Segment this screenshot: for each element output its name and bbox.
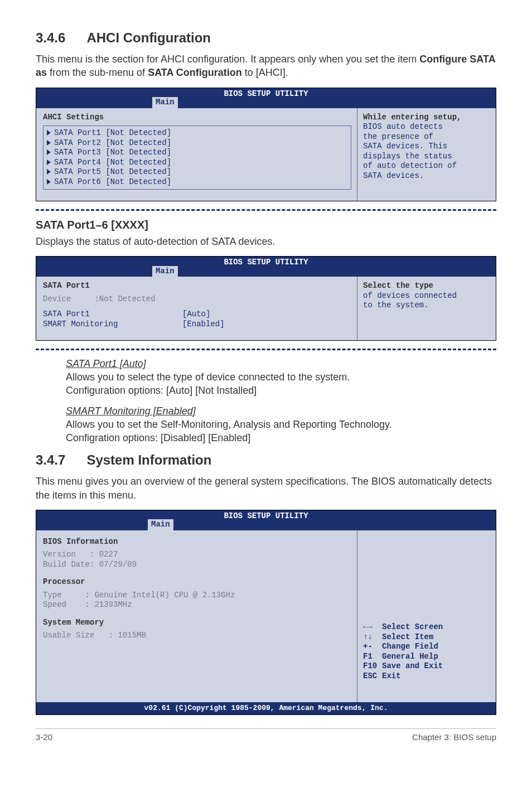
section-title: AHCI Configuration — [86, 30, 211, 45]
memory-size: Usable Size : 1015MB — [43, 631, 351, 641]
nav-key: ESC — [363, 671, 382, 682]
bios-left-pane: BIOS Information Version : 0227 Build Da… — [36, 530, 357, 702]
bios-copyright-footer: v02.61 (C)Copyright 1985-2009, American … — [36, 702, 496, 714]
bios-left-pane: AHCI Settings SATA Port1 [Not Detected] … — [36, 108, 357, 201]
processor-heading: Processor — [43, 577, 351, 587]
chapter-title: Chapter 3: BIOS setup — [412, 732, 496, 742]
option-label: SATA Port1 — [43, 310, 182, 320]
bios-panel-sata-port: BIOS SETUP UTILITY Main SATA Port1 Devic… — [36, 256, 496, 341]
help-first-line: Select the type — [363, 281, 433, 290]
intro-text: This menu is the section for AHCI config… — [36, 54, 419, 65]
option-smart-head: SMART Monitoring [Enabled] — [66, 405, 496, 417]
device-label: Device — [43, 294, 71, 303]
triangle-icon — [47, 130, 51, 136]
processor-speed: Speed : 21393MHz — [43, 600, 351, 610]
option-label: SMART Monitoring — [43, 320, 182, 330]
triangle-icon — [47, 149, 51, 155]
bios-left-pane: SATA Port1 Device :Not Detected SATA Por… — [36, 277, 357, 340]
nav-action: Change Field — [382, 642, 438, 651]
triangle-icon — [47, 169, 51, 175]
bios-title-bar: BIOS SETUP UTILITY Main — [36, 88, 496, 108]
device-row: Device :Not Detected — [43, 294, 351, 305]
sata-port-label: SATA Port3 [Not Detected] — [54, 148, 171, 157]
sata-port-item[interactable]: SATA Port1 [Not Detected] — [47, 128, 347, 138]
section-title: System Information — [86, 452, 211, 467]
option-desc-line: Configuration options: [Auto] [Not Insta… — [66, 385, 257, 396]
section-3-4-7-intro: This menu gives you an overview of the g… — [36, 475, 496, 502]
triangle-icon — [47, 160, 51, 165]
bios-title-text: BIOS SETUP UTILITY — [224, 511, 308, 521]
intro-bold: SATA Configuration — [148, 67, 242, 78]
sata-port-item[interactable]: SATA Port2 [Not Detected] — [47, 138, 347, 148]
nav-action: Select Item — [382, 632, 433, 641]
option-desc-line: Allows you to set the Self-Monitoring, A… — [66, 419, 392, 430]
section-3-4-6-heading: 3.4.6AHCI Configuration — [36, 30, 496, 46]
memory-heading: System Memory — [43, 618, 351, 628]
bios-panel-sysinfo: BIOS SETUP UTILITY Main BIOS Information… — [36, 510, 496, 715]
bios-title-bar: BIOS SETUP UTILITY Main — [36, 257, 496, 277]
option-sata-port1-head: SATA Port1 [Auto] — [66, 358, 496, 370]
page-footer: 3-20 Chapter 3: BIOS setup — [36, 728, 496, 742]
nav-action: Select Screen — [382, 622, 443, 631]
sata-port-label: SATA Port5 [Not Detected] — [54, 167, 171, 176]
help-text: BIOS auto detects the presence of SATA d… — [363, 122, 457, 180]
page-number: 3-20 — [36, 732, 52, 742]
option-smart-desc: Allows you to set the Self-Monitoring, A… — [66, 418, 496, 445]
option-sata-port1-desc: Allows you to select the type of device … — [66, 371, 496, 398]
bios-build-date: Build Date: 07/29/09 — [43, 560, 351, 570]
bios-version: Version : 0227 — [43, 550, 351, 560]
processor-type: Type : Genuine Intel(R) CPU @ 2.13GHz — [43, 591, 351, 601]
option-value: [Enabled] — [182, 320, 225, 328]
nav-key: ←→ — [363, 622, 382, 632]
help-first-line: While entering setup, — [363, 113, 461, 122]
bios-title-text: BIOS SETUP UTILITY — [224, 89, 308, 99]
sata-port-item[interactable]: SATA Port3 [Not Detected] — [47, 148, 347, 158]
sata-port-desc: Displays the status of auto-detection of… — [36, 235, 496, 248]
nav-key: F1 — [363, 652, 382, 662]
sata-port-label: SATA Port2 [Not Detected] — [54, 138, 171, 147]
dashed-separator — [36, 209, 496, 211]
intro-text: to [AHCI]. — [242, 67, 288, 78]
nav-action: Exit — [382, 671, 401, 680]
bios-help-pane: ←→Select Screen ↑↓Select Item +-Change F… — [357, 530, 496, 702]
bios-info-heading: BIOS Information — [43, 537, 351, 547]
nav-key: +- — [363, 642, 382, 652]
bios-panel-ahci: BIOS SETUP UTILITY Main AHCI Settings SA… — [36, 88, 496, 202]
sata-port-item[interactable]: SATA Port6 [Not Detected] — [47, 177, 347, 187]
triangle-icon — [47, 140, 51, 146]
sata-port-label: SATA Port1 [Not Detected] — [54, 128, 171, 137]
sata-port1-heading: SATA Port1 — [43, 281, 351, 291]
intro-text: from the sub-menu of — [47, 67, 148, 78]
bios-tab-main[interactable]: Main — [148, 519, 173, 530]
bios-title-bar: BIOS SETUP UTILITY Main — [36, 510, 496, 530]
bios-tab-main[interactable]: Main — [152, 266, 178, 277]
option-desc-line: Configration options: [Disabled] [Enable… — [66, 432, 250, 443]
sata-port-label: SATA Port4 [Not Detected] — [54, 158, 171, 167]
nav-help-block: ←→Select Screen ↑↓Select Item +-Change F… — [363, 613, 490, 691]
sata-ports-box: SATA Port1 [Not Detected] SATA Port2 [No… — [43, 125, 351, 190]
section-number: 3.4.6 — [36, 30, 65, 46]
option-row[interactable]: SATA Port1[Auto] — [43, 310, 351, 320]
section-3-4-7-heading: 3.4.7System Information — [36, 452, 496, 468]
help-text: of devices connected to the system. — [363, 291, 457, 310]
section-3-4-6-intro: This menu is the section for AHCI config… — [36, 52, 496, 80]
nav-key: ↑↓ — [363, 632, 382, 642]
dashed-separator — [36, 349, 496, 350]
bios-title-text: BIOS SETUP UTILITY — [224, 258, 308, 268]
sata-port-heading: SATA Port1–6 [XXXX] — [36, 219, 496, 231]
sata-port-label: SATA Port6 [Not Detected] — [54, 177, 171, 186]
nav-action: General Help — [382, 652, 438, 661]
triangle-icon — [47, 179, 51, 185]
bios-tab-main[interactable]: Main — [152, 97, 178, 108]
sata-port-item[interactable]: SATA Port4 [Not Detected] — [47, 158, 347, 168]
nav-action: Save and Exit — [382, 661, 443, 670]
nav-key: F10 — [363, 661, 382, 671]
option-value: [Auto] — [182, 310, 210, 318]
option-row[interactable]: SMART Monitoring[Enabled] — [43, 320, 351, 330]
bios-help-pane: Select the type of devices connected to … — [357, 277, 496, 340]
sata-port-item[interactable]: SATA Port5 [Not Detected] — [47, 167, 347, 177]
device-value: :Not Detected — [94, 294, 155, 303]
ahci-settings-heading: AHCI Settings — [43, 113, 351, 123]
option-desc-line: Allows you to select the type of device … — [66, 371, 350, 383]
bios-help-pane: While entering setup, BIOS auto detects … — [357, 108, 496, 201]
